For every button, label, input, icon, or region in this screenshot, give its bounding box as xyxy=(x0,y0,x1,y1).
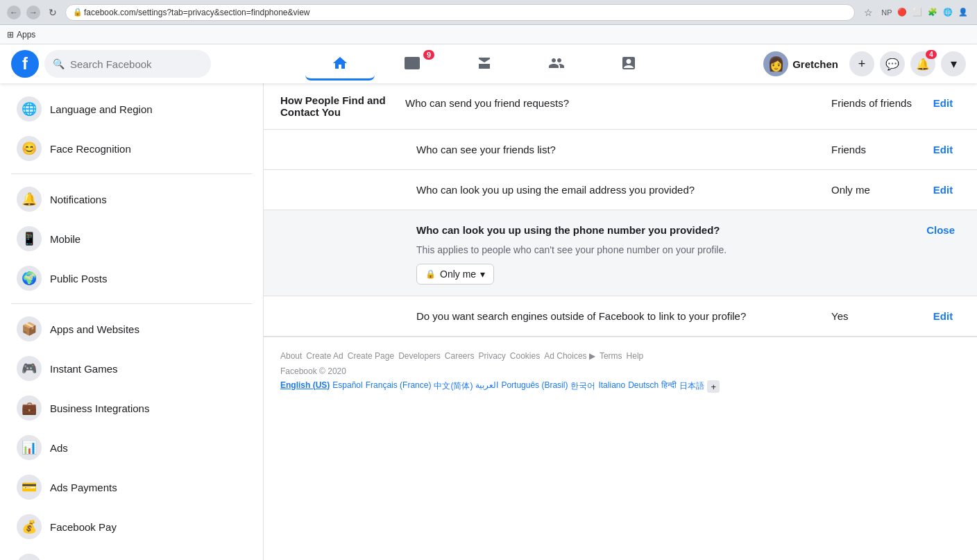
sidebar-item-ads[interactable]: 📊 Ads xyxy=(6,428,257,467)
notifications-sidebar-icon: 🔔 xyxy=(17,187,42,212)
search-engines-question: Do you want search engines outside of Fa… xyxy=(416,310,820,322)
url-bar[interactable]: 🔒 facebook.com/settings?tab=privacy&sect… xyxy=(65,4,855,21)
sidebar-item-public-posts[interactable]: 🌍 Public Posts xyxy=(6,259,257,298)
footer-lang-ja[interactable]: 日本語 xyxy=(679,380,704,393)
search-bar[interactable]: 🔍 xyxy=(44,50,211,78)
sidebar-label: Business Integrations xyxy=(50,402,149,414)
messenger-button[interactable]: 💬 xyxy=(880,51,905,76)
footer-lang-it[interactable]: Italiano xyxy=(598,380,625,393)
face-recognition-icon: 😊 xyxy=(17,136,42,161)
footer-privacy[interactable]: Privacy xyxy=(479,351,506,361)
sidebar-label: Apps and Websites xyxy=(50,323,139,335)
ext-2[interactable]: 🔴 xyxy=(895,6,909,19)
sidebar-item-mobile[interactable]: 📱 Mobile xyxy=(6,219,257,258)
notifications-button[interactable]: 🔔 4 xyxy=(910,51,935,76)
ext-4[interactable]: 🧩 xyxy=(926,6,940,19)
footer-lang-zh[interactable]: 中文(简体) xyxy=(434,380,473,393)
star-button[interactable]: ☆ xyxy=(860,5,876,20)
lock-icon: 🔒 xyxy=(73,8,83,17)
content-area: How People Find and Contact You Who can … xyxy=(264,83,977,560)
footer-terms[interactable]: Terms xyxy=(600,351,622,361)
friend-requests-value: Friends of friends xyxy=(831,97,915,109)
sidebar-label: Mobile xyxy=(50,233,80,245)
ext-5[interactable]: 🌐 xyxy=(941,6,955,19)
sidebar-item-language-region[interactable]: 🌐 Language and Region xyxy=(6,90,257,128)
search-engines-edit[interactable]: Edit xyxy=(926,307,960,325)
friend-requests-edit[interactable]: Edit xyxy=(926,94,960,112)
footer-lang-pt[interactable]: Português (Brasil) xyxy=(501,380,568,393)
menu-button[interactable]: ▾ xyxy=(941,51,966,76)
refresh-button[interactable]: ↻ xyxy=(46,6,60,19)
back-button[interactable]: ← xyxy=(7,6,21,19)
sidebar-label: Facebook Pay xyxy=(50,521,117,533)
footer-create-page[interactable]: Create Page xyxy=(348,351,394,361)
public-posts-icon: 🌍 xyxy=(17,266,42,291)
nav-watch[interactable]: 9 xyxy=(377,47,447,80)
footer-ad-choices[interactable]: Ad Choices ▶ xyxy=(544,351,595,361)
footer-lang-de[interactable]: Deutsch xyxy=(628,380,659,393)
sidebar-divider-1 xyxy=(11,173,252,174)
nav-groups[interactable] xyxy=(522,47,591,80)
sidebar-item-ads-payments[interactable]: 💳 Ads Payments xyxy=(6,468,257,507)
dropdown-value: Only me xyxy=(440,269,476,280)
phone-lookup-desc: This applies to people who can't see you… xyxy=(416,244,960,255)
how-find-section-label: How People Find and Contact You xyxy=(280,94,386,118)
header-right: 👩 Gretchen + 💬 🔔 4 ▾ xyxy=(758,49,966,79)
footer-developers[interactable]: Developers xyxy=(398,351,441,361)
sidebar-item-apps-and-websites[interactable]: 📦 Apps and Websites xyxy=(6,309,257,348)
section-label-spacer3 xyxy=(280,221,405,285)
footer-help[interactable]: Help xyxy=(627,351,644,361)
forward-button[interactable]: → xyxy=(26,6,40,19)
notif-badge: 4 xyxy=(926,50,937,59)
footer-about[interactable]: About xyxy=(280,351,302,361)
sidebar-item-notifications[interactable]: 🔔 Notifications xyxy=(6,180,257,219)
footer-lang-hi[interactable]: हिन्दी xyxy=(661,380,677,393)
email-lookup-value: Only me xyxy=(831,184,915,196)
add-button[interactable]: + xyxy=(849,51,874,76)
sidebar-item-facebook-pay[interactable]: 💰 Facebook Pay xyxy=(6,507,257,546)
phone-lookup-close[interactable]: Close xyxy=(921,221,960,239)
browser-actions: ☆ NP 🔴 ⬜ 🧩 🌐 👤 xyxy=(860,5,970,20)
sidebar-item-support-inbox[interactable]: 📨 Support Inbox xyxy=(6,547,257,560)
ext-np[interactable]: NP xyxy=(880,6,894,19)
footer-languages: English (US) Español Français (France) 中… xyxy=(280,380,960,393)
footer-copyright: Facebook © 2020 xyxy=(280,366,960,376)
sidebar-label: Ads xyxy=(50,442,68,454)
footer-cookies[interactable]: Cookies xyxy=(510,351,540,361)
nav-home[interactable] xyxy=(305,47,375,80)
nav-marketplace[interactable] xyxy=(450,47,519,80)
fb-logo: f xyxy=(11,50,39,78)
phone-lookup-row-expanded: Who can look you up using the phone numb… xyxy=(264,210,977,296)
add-language-button[interactable]: + xyxy=(707,380,720,393)
footer-lang-ko[interactable]: 한국어 xyxy=(570,380,595,393)
footer-lang-en[interactable]: English (US) xyxy=(280,380,330,393)
watch-badge: 9 xyxy=(423,50,434,60)
ext-3[interactable]: ⬜ xyxy=(910,6,924,19)
footer-lang-fr[interactable]: Français (France) xyxy=(366,380,432,393)
friends-list-edit[interactable]: Edit xyxy=(926,141,960,158)
nav-pages[interactable] xyxy=(594,47,663,80)
search-input[interactable] xyxy=(70,58,203,70)
main-layout: 🌐 Language and Region 😊 Face Recognition… xyxy=(0,83,977,560)
expanded-header: Who can look you up using the phone numb… xyxy=(416,221,960,239)
sidebar-item-business-integrations[interactable]: 💼 Business Integrations xyxy=(6,389,257,427)
sidebar-label: Face Recognition xyxy=(50,143,131,155)
sidebar-label: Ads Payments xyxy=(50,482,117,493)
user-profile-btn[interactable]: 👩 Gretchen xyxy=(758,49,844,79)
footer-create-ad[interactable]: Create Ad xyxy=(306,351,343,361)
business-integrations-icon: 💼 xyxy=(17,396,42,421)
email-lookup-edit[interactable]: Edit xyxy=(926,181,960,198)
ads-payments-icon: 💳 xyxy=(17,475,42,500)
footer-lang-es[interactable]: Español xyxy=(332,380,362,393)
footer-careers[interactable]: Careers xyxy=(445,351,475,361)
phone-lookup-dropdown[interactable]: 🔒 Only me ▾ xyxy=(416,264,494,285)
search-engines-row: Do you want search engines outside of Fa… xyxy=(264,296,977,337)
sidebar-label: Public Posts xyxy=(50,273,108,285)
footer-lang-ar[interactable]: العربية xyxy=(475,380,498,393)
url-text: facebook.com/settings?tab=privacy&sectio… xyxy=(84,8,310,17)
sidebar-item-instant-games[interactable]: 🎮 Instant Games xyxy=(6,349,257,388)
ext-profile[interactable]: 👤 xyxy=(956,6,970,19)
sidebar-item-face-recognition[interactable]: 😊 Face Recognition xyxy=(6,129,257,168)
sidebar-divider-2 xyxy=(11,303,252,304)
mobile-icon: 📱 xyxy=(17,226,42,251)
